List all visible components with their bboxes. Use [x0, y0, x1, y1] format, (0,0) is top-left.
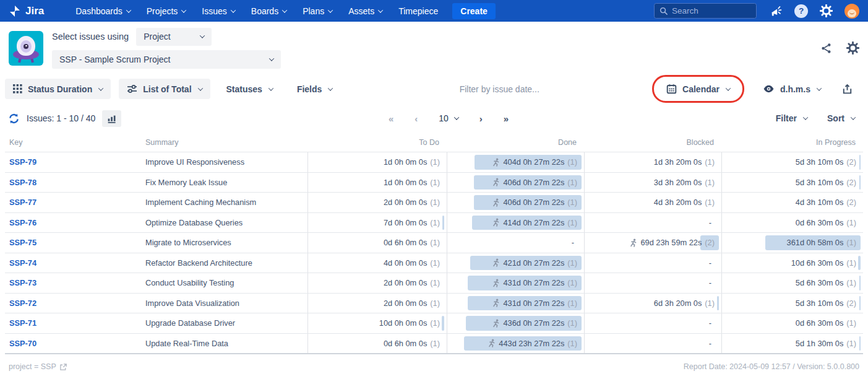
page-size-select[interactable]: 10	[439, 113, 458, 123]
column-header-done[interactable]: Done	[447, 138, 584, 147]
list-of-total-button[interactable]: List of Total	[119, 79, 210, 99]
date-filter-input[interactable]: Filter by issue date...	[348, 84, 650, 94]
create-button[interactable]: Create	[452, 3, 496, 19]
refresh-icon[interactable]	[8, 113, 20, 124]
issue-key-link[interactable]: SSP-72	[5, 294, 145, 313]
transition-count: (1)	[430, 178, 440, 187]
table-row: SSP-74 Refactor Backend Architecture 4d …	[5, 253, 863, 273]
ufo-icon	[9, 31, 43, 66]
nav-item-timepiece[interactable]: Timepiece	[398, 6, 438, 16]
issue-key-link[interactable]: SSP-70	[5, 334, 145, 354]
duration-cell-blocked: 3d 3h 20m 0s (1)	[584, 173, 721, 193]
duration-value: 2d 0h 0m 0s	[384, 299, 427, 308]
duration-value: 5d 3h 10m 0s	[796, 178, 844, 187]
help-icon[interactable]: ?	[794, 4, 808, 18]
runner-icon	[629, 238, 637, 247]
nav-item-dashboards[interactable]: Dashboards	[75, 6, 131, 16]
chart-view-button[interactable]	[102, 110, 121, 127]
jira-logo[interactable]: Jira	[9, 5, 44, 17]
duration-value: -	[709, 218, 711, 227]
duration-cell-blocked: 1d 3h 20m 0s (1)	[584, 152, 721, 172]
column-header-blocked[interactable]: Blocked	[584, 138, 721, 147]
next-page-button[interactable]: ›	[479, 113, 483, 124]
issue-key-link[interactable]: SSP-75	[5, 233, 145, 253]
search-input[interactable]	[672, 6, 746, 15]
duration-cell-inprogress: 5d 6h 30m 0s (1)	[721, 273, 863, 293]
transition-count: (1)	[846, 318, 856, 328]
transition-count: (2)	[705, 238, 715, 247]
column-header-summary[interactable]: Summary	[145, 138, 307, 147]
prev-page-button[interactable]: ‹	[415, 113, 418, 124]
issue-summary: Improve Data Visualization	[145, 294, 307, 313]
nav-label: Dashboards	[75, 6, 122, 16]
transition-count: (1)	[430, 218, 440, 227]
share-icon[interactable]	[821, 43, 831, 54]
duration-cell-inprogress: 5d 3h 10m 0s (2)	[721, 173, 863, 193]
user-avatar[interactable]	[844, 4, 859, 19]
transition-count: (1)	[567, 339, 577, 348]
issue-key-link[interactable]: SSP-71	[5, 313, 145, 333]
column-header-key[interactable]: Key	[5, 138, 145, 147]
issue-summary: Refactor Backend Architecture	[145, 253, 307, 273]
nav-label: Assets	[348, 6, 374, 16]
gear-icon[interactable]	[820, 4, 833, 17]
duration-cell-done: 404d 0h 27m 22s (1)	[447, 152, 584, 172]
runner-icon	[492, 198, 500, 207]
duration-cell-todo: 10d 0h 0m 0s (1)	[307, 313, 447, 333]
issue-key-link[interactable]: SSP-76	[5, 213, 145, 233]
statuses-label: Statuses	[226, 84, 262, 94]
issue-key-link[interactable]: SSP-74	[5, 253, 145, 273]
project-select[interactable]: SSP - Sample Scrum Project	[52, 50, 281, 69]
fields-button[interactable]: Fields	[289, 79, 340, 99]
nav-item-assets[interactable]: Assets	[348, 6, 382, 16]
external-link-icon[interactable]	[59, 363, 67, 371]
duration-cell-blocked: -	[584, 253, 721, 273]
duration-cell-todo: 2d 0h 0m 0s (1)	[307, 193, 447, 212]
issue-key-link[interactable]: SSP-78	[5, 173, 145, 193]
issue-key-link[interactable]: SSP-79	[5, 152, 145, 172]
table-row: SSP-71 Upgrade Database Driver 10d 0h 0m…	[5, 313, 863, 333]
transition-count: (2)	[846, 198, 856, 207]
duration-value: -	[709, 318, 711, 328]
nav-item-plans[interactable]: Plans	[303, 6, 332, 16]
duration-value: 5d 1h 30m 0s	[796, 339, 844, 348]
status-duration-button[interactable]: Status Duration	[5, 79, 111, 99]
issue-key-link[interactable]: SSP-77	[5, 193, 145, 212]
statuses-button[interactable]: Statuses	[218, 79, 281, 99]
last-page-button[interactable]: »	[504, 113, 509, 124]
chevron-down-icon	[454, 115, 459, 120]
sort-button[interactable]: Sort	[827, 113, 855, 123]
transition-count: (2)	[846, 157, 856, 167]
nav-item-issues[interactable]: Issues	[202, 6, 234, 16]
export-icon[interactable]	[842, 84, 853, 95]
transition-count: (2)	[846, 299, 856, 308]
column-header-inprogress[interactable]: In Progress	[721, 138, 863, 147]
search-box[interactable]	[654, 3, 757, 19]
settings-gear-icon[interactable]	[846, 41, 859, 55]
jira-logo-icon	[9, 5, 21, 17]
table-row: SSP-76 Optimize Database Queries 7d 0h 0…	[5, 212, 863, 233]
filter-button[interactable]: Filter	[776, 113, 807, 123]
issue-source-select[interactable]: Project	[136, 28, 212, 46]
duration-value: 4d 0h 0m 0s	[384, 258, 427, 268]
transition-count: (1)	[705, 178, 715, 187]
issue-key-link[interactable]: SSP-73	[5, 273, 145, 293]
duration-cell-blocked: 6d 3h 20m 0s (1)	[584, 294, 721, 313]
transition-count: (1)	[567, 178, 577, 187]
duration-value: 5d 3h 10m 0s	[796, 299, 844, 308]
transition-count: (1)	[567, 299, 577, 308]
megaphone-icon[interactable]	[770, 6, 783, 17]
runner-icon	[492, 279, 500, 287]
issue-summary: Update Real-Time Data	[145, 334, 307, 354]
column-header-todo[interactable]: To Do	[307, 138, 447, 147]
nav-item-projects[interactable]: Projects	[147, 6, 186, 16]
jql-query-label: project = SSP	[9, 362, 56, 371]
time-units-button[interactable]: d.h.m.s	[755, 79, 829, 99]
calendar-button[interactable]: Calendar	[658, 79, 738, 99]
duration-value: 1d 0h 0m 0s	[384, 178, 427, 187]
nav-item-boards[interactable]: Boards	[251, 6, 286, 16]
first-page-button[interactable]: «	[389, 113, 393, 124]
duration-value: 5d 3h 10m 0s	[796, 157, 844, 167]
transition-count: (1)	[846, 278, 856, 287]
runner-icon	[492, 218, 500, 227]
